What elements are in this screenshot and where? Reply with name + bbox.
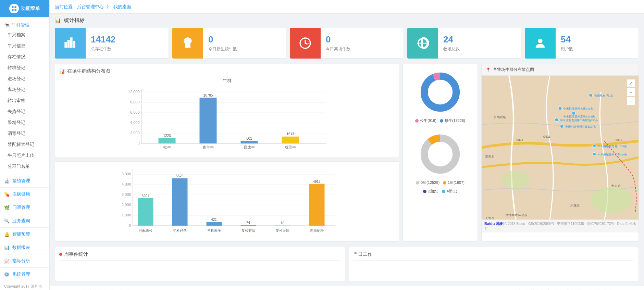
map-header: 📍 各牧场牛群分布散点图 <box>482 64 639 76</box>
svg-rect-27 <box>200 98 217 143</box>
legend-male: 公牛(916) <box>415 118 436 123</box>
svg-point-74 <box>502 171 530 190</box>
svg-text:10: 10 <box>281 221 285 225</box>
svg-text:复检无胎: 复检无胎 <box>276 229 289 232</box>
stat-label-exit: 今日离场牛数 <box>326 46 398 52</box>
sidebar-item-semen[interactable]: 采精登记 <box>0 117 49 128</box>
work-panel-title: 当日工作 <box>353 251 635 261</box>
svg-text:青年牛: 青年牛 <box>202 145 214 149</box>
sidebar-item-transfer[interactable]: 转群登记 <box>0 62 49 73</box>
svg-text:2,000: 2,000 <box>130 131 140 135</box>
sidebar-item-photo-upload[interactable]: 牛只照片上传 <box>0 150 49 161</box>
svg-text:74: 74 <box>246 221 250 225</box>
svg-text:尚未配种: 尚未配种 <box>310 229 324 232</box>
stat-card-farms: 24 牧场总数 <box>407 28 521 59</box>
map-zoom-out-btn[interactable]: − <box>627 97 635 105</box>
stat-icon-blue <box>55 28 86 59</box>
svg-rect-49 <box>138 198 153 226</box>
sidebar-item-exit[interactable]: 离场登记 <box>0 84 49 95</box>
sidebar-item-disease[interactable]: 💊 疾病健康 <box>0 187 49 201</box>
main-content: 📊 统计指标 14142 总存栏牛数 <box>50 14 644 286</box>
svg-text:0: 0 <box>129 223 131 227</box>
sidebar-item-kpi[interactable]: 📈 指标分析 <box>0 254 49 267</box>
svg-rect-1 <box>15 6 16 8</box>
svg-point-10 <box>538 39 542 43</box>
map-controls: ⤢ + − <box>627 79 635 105</box>
sidebar-item-cattle-file[interactable]: 牛只档案 <box>0 29 49 40</box>
stats-section-title: 📊 统计指标 <box>55 17 639 24</box>
sidebar-item-business[interactable]: 🔍 业务查询 <box>0 214 49 227</box>
stat-icon-red <box>290 28 321 59</box>
svg-text:G321: G321 <box>615 138 622 142</box>
logo-icon <box>9 4 19 13</box>
stat-cards-row: 14142 总存栏牛数 0 今日新生犊牛数 <box>55 28 639 59</box>
svg-text:复检有胎: 复检有胎 <box>242 229 255 232</box>
sidebar-group-herd[interactable]: 🐄 牛群管理 <box>0 19 49 29</box>
svg-text:3,000: 3,000 <box>122 192 131 197</box>
sidebar-item-disinfect[interactable]: 消毒登记 <box>0 128 49 139</box>
svg-text:初检已孕: 初检已孕 <box>173 229 187 232</box>
svg-text:大方县: 大方县 <box>485 217 495 219</box>
svg-rect-24 <box>159 138 176 143</box>
svg-rect-3 <box>15 9 16 11</box>
svg-point-86 <box>558 107 562 110</box>
stat-value-farms: 24 <box>443 34 516 45</box>
svg-text:已配未检: 已配未检 <box>139 229 152 232</box>
footer: Copyright 2017 深圳市云晖牧联科技有限公司 地址：深圳市南山区高新… <box>50 286 644 290</box>
kpi-icon: 📈 <box>4 259 10 264</box>
breadcrumb-bar: 当前位置：后台管理中心 》 我的桌面 <box>50 0 644 14</box>
svg-text:1223: 1223 <box>163 134 171 138</box>
svg-point-84 <box>589 94 593 97</box>
svg-point-90 <box>555 118 558 122</box>
sidebar-item-cattle-info[interactable]: 牛只信息 <box>0 40 49 51</box>
sidebar-item-reports[interactable]: 📊 数据报表 <box>0 241 49 254</box>
svg-text:3201: 3201 <box>141 194 149 198</box>
gender-donut-svg <box>416 68 464 116</box>
svg-point-94 <box>593 144 596 148</box>
business-icon: 🔍 <box>4 218 10 224</box>
svg-text:1613: 1613 <box>286 132 294 136</box>
svg-text:大海坝森林公园: 大海坝森林公园 <box>506 214 528 217</box>
events-title-dot <box>59 253 62 256</box>
sidebar-item-system[interactable]: ⚙️ 系统管理 <box>0 267 49 281</box>
svg-rect-55 <box>207 222 222 226</box>
map-panel: 📍 各牧场牛群分布散点图 <box>481 64 639 242</box>
sidebar-logo: 功能菜单 <box>0 0 49 17</box>
stat-label-farms: 牧场总数 <box>443 46 516 52</box>
sidebar-item-breeding[interactable]: 🔬 繁殖管理 <box>0 174 49 187</box>
sidebar-item-transfer-review[interactable]: 转出审核 <box>0 95 49 106</box>
sidebar-item-castration[interactable]: 去势登记 <box>0 106 49 117</box>
svg-text:601: 601 <box>246 137 252 140</box>
map-expand-btn[interactable]: ⤢ <box>627 79 635 87</box>
svg-text:云南双友-有1头: 云南双友-有1头 <box>594 94 614 97</box>
legend-female: 母牛(13226) <box>440 118 465 123</box>
sidebar-item-feed[interactable]: 🌿 问喂管理 <box>0 201 49 214</box>
sidebar-item-smart-alert[interactable]: 🔔 智能预警 <box>0 227 49 241</box>
map-zoom-in-btn[interactable]: + <box>627 88 635 96</box>
svg-point-96 <box>593 152 596 156</box>
svg-point-67 <box>424 76 456 108</box>
cow-group-icon: 🐄 <box>4 23 10 28</box>
map-body[interactable]: 百纳农场 东关乡 G321 G521 G321 大方县 大海坝森林公园 六龙镇 … <box>482 76 639 219</box>
svg-text:初检未孕: 初检未孕 <box>207 229 221 232</box>
stat-icon-yellow <box>172 28 203 59</box>
svg-text:421: 421 <box>211 218 217 222</box>
svg-text:成母牛: 成母牛 <box>285 145 296 149</box>
svg-text:东关乡: 东关乡 <box>485 155 495 158</box>
herd-structure-chart: 📊 在场牛群结构分布图 牛群 0 2,000 4,000 <box>55 64 399 158</box>
svg-point-88 <box>572 112 575 115</box>
sidebar-item-pen-list[interactable]: 分群门名单 <box>0 161 49 172</box>
events-panel: 周事件统计 <box>55 247 345 281</box>
svg-rect-30 <box>241 141 258 144</box>
sidebar-item-stock[interactable]: 存栏情况 <box>0 51 49 62</box>
stat-value-total: 14142 <box>91 34 163 45</box>
bottom-row: 周事件统计 当日工作 <box>55 247 639 281</box>
sidebar-footer: Copyright 2017 深圳市云晖牧联科技有限公司 <box>0 281 49 290</box>
disease-icon: 💊 <box>4 192 10 197</box>
svg-text:中禾恒瑞贵州第二有肥场355头: 中禾恒瑞贵州第二有肥场355头 <box>560 119 598 122</box>
reports-icon: 📊 <box>4 245 10 250</box>
stat-card-users: 54 用户数 <box>525 28 639 59</box>
sidebar-item-breeding-ban[interactable]: 禁配解禁登记 <box>0 139 49 150</box>
sidebar-item-entry[interactable]: 进场登记 <box>0 73 49 84</box>
stat-card-info-farms: 24 牧场总数 <box>438 28 521 59</box>
